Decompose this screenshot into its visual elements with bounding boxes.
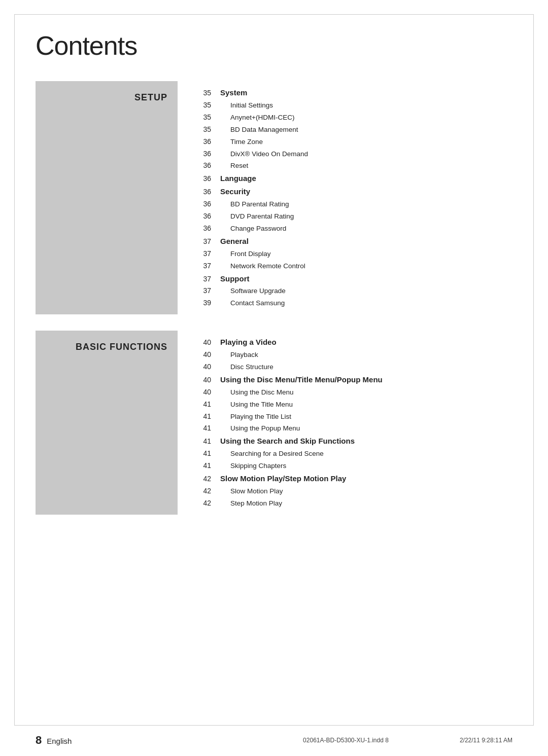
toc-row: 35Anynet+(HDMI-CEC) xyxy=(193,112,512,124)
toc-entry-text: Anynet+(HDMI-CEC) xyxy=(220,112,294,124)
toc-row: 41Using the Search and Skip Functions xyxy=(193,435,512,448)
toc-page-number: 35 xyxy=(193,87,211,99)
toc-row: 37Software Upgrade xyxy=(193,285,512,297)
toc-page-number: 37 xyxy=(193,248,211,260)
toc-entry-text: BD Data Management xyxy=(220,124,298,136)
toc-entry-text: Contact Samsung xyxy=(220,298,285,309)
toc-page-number: 40 xyxy=(193,386,211,399)
toc-entry-text: Time Zone xyxy=(220,136,263,148)
toc-page-number: 40 xyxy=(193,374,211,386)
toc-page-number: 41 xyxy=(193,399,211,411)
toc-row: 37Network Remote Control xyxy=(193,260,512,272)
page-border-left xyxy=(14,14,15,726)
toc-row: 41Using the Title Menu xyxy=(193,399,512,411)
toc-row: 40Using the Disc Menu/Title Menu/Popup M… xyxy=(193,373,512,386)
section-label-text-basic-functions: BASIC FUNCTIONS xyxy=(76,340,167,352)
section-entries-basic-functions: 40Playing a Video40Playback40Disc Struct… xyxy=(178,331,512,515)
toc-entry-text: DivX® Video On Demand xyxy=(220,149,308,160)
toc-page-number: 37 xyxy=(193,236,211,248)
toc-entry-text: Reset xyxy=(220,160,248,172)
toc-row: 35Initial Settings xyxy=(193,99,512,112)
footer-left: 8 English xyxy=(36,734,72,747)
toc-page-number: 37 xyxy=(193,260,211,272)
toc-row: 36Reset xyxy=(193,160,512,172)
toc-entry-text: Slow Motion Play/Step Motion Play xyxy=(220,472,346,485)
toc-row: 40Playing a Video xyxy=(193,336,512,349)
toc-entry-text: Using the Disc Menu xyxy=(220,387,294,399)
toc-entry-text: Skipping Chapters xyxy=(220,460,286,472)
toc-page-number: 35 xyxy=(193,124,211,136)
toc-page-number: 40 xyxy=(193,337,211,349)
toc-row: 35BD Data Management xyxy=(193,124,512,136)
toc-entry-text: Front Display xyxy=(220,248,271,260)
toc-row: 39Contact Samsung xyxy=(193,297,512,309)
toc-row: 36Security xyxy=(193,185,512,198)
toc-page-number: 39 xyxy=(193,297,211,309)
page-border-top xyxy=(14,14,534,15)
toc-page-number: 41 xyxy=(193,422,211,435)
section-label-col-basic-functions: BASIC FUNCTIONS xyxy=(36,331,178,515)
toc-entry-text: Software Upgrade xyxy=(220,285,286,297)
toc-page-number: 36 xyxy=(193,160,211,172)
toc-entry-text: BD Parental Rating xyxy=(220,199,289,210)
page-border-bottom xyxy=(14,725,534,726)
page-footer: 8 English 02061A-BD-D5300-XU-1.indd 8 2/… xyxy=(36,734,512,747)
section-label-text-setup: SETUP xyxy=(134,90,167,103)
toc-page-number: 36 xyxy=(193,198,211,210)
toc-entry-text: Language xyxy=(220,172,256,185)
toc-entry-text: General xyxy=(220,235,249,248)
toc-entry-text: Playing a Video xyxy=(220,336,277,349)
page-number: 8 xyxy=(36,734,42,747)
toc-entry-text: Searching for a Desired Scene xyxy=(220,448,324,460)
toc-row: 36Language xyxy=(193,172,512,185)
page-border-right xyxy=(533,14,534,726)
toc-page-number: 36 xyxy=(193,173,211,185)
toc-page-number: 40 xyxy=(193,361,211,373)
toc-row: 37Front Display xyxy=(193,248,512,260)
toc-entry-text: Security xyxy=(220,185,250,198)
footer-doc-left: 02061A-BD-D5300-XU-1.indd 8 xyxy=(303,737,389,744)
section-basic-functions: BASIC FUNCTIONS40Playing a Video40Playba… xyxy=(36,331,512,515)
toc-entry-text: Network Remote Control xyxy=(220,261,305,272)
toc-entry-text: Using the Popup Menu xyxy=(220,423,300,435)
toc-row: 37General xyxy=(193,235,512,248)
toc-entry-text: Support xyxy=(220,272,250,285)
toc-entry-text: System xyxy=(220,86,247,99)
toc-row: 35System xyxy=(193,86,512,99)
toc-page-number: 42 xyxy=(193,497,211,510)
toc-row: 41Searching for a Desired Scene xyxy=(193,448,512,460)
toc-entry-text: Disc Structure xyxy=(220,362,273,373)
toc-row: 36Change Password xyxy=(193,223,512,235)
toc-entry-text: Playing the Title List xyxy=(220,411,291,423)
language-label: English xyxy=(47,737,72,745)
toc-entry-text: DVD Parental Rating xyxy=(220,211,294,223)
toc-page-number: 40 xyxy=(193,349,211,361)
toc-entry-text: Using the Search and Skip Functions xyxy=(220,435,355,448)
section-label-col-setup: SETUP xyxy=(36,81,178,314)
footer-right: 02061A-BD-D5300-XU-1.indd 8 2/22/11 9:28… xyxy=(303,737,512,744)
toc-page-number: 37 xyxy=(193,273,211,285)
toc-row: 36BD Parental Rating xyxy=(193,198,512,210)
toc-page-number: 36 xyxy=(193,186,211,198)
toc-row: 37Support xyxy=(193,272,512,285)
toc-row: 42Step Motion Play xyxy=(193,497,512,510)
toc-entry-text: Using the Disc Menu/Title Menu/Popup Men… xyxy=(220,373,383,386)
toc-row: 40Playback xyxy=(193,349,512,361)
toc-row: 36DivX® Video On Demand xyxy=(193,148,512,160)
toc-page-number: 41 xyxy=(193,411,211,423)
toc-row: 36DVD Parental Rating xyxy=(193,210,512,223)
footer-doc-right: 2/22/11 9:28:11 AM xyxy=(460,737,512,744)
toc-page-number: 41 xyxy=(193,460,211,472)
toc-row: 42Slow Motion Play xyxy=(193,485,512,497)
toc-entry-text: Initial Settings xyxy=(220,100,273,112)
toc-entry-text: Using the Title Menu xyxy=(220,399,293,411)
toc-page-number: 35 xyxy=(193,99,211,112)
toc-page-number: 42 xyxy=(193,473,211,485)
toc-page-number: 36 xyxy=(193,136,211,148)
toc-page-number: 36 xyxy=(193,210,211,223)
toc-entry-text: Change Password xyxy=(220,223,286,235)
toc-row: 41Skipping Chapters xyxy=(193,460,512,472)
toc-sections: SETUP35System35Initial Settings35Anynet+… xyxy=(36,81,512,515)
toc-page-number: 42 xyxy=(193,485,211,497)
page-title: Contents xyxy=(36,30,512,61)
